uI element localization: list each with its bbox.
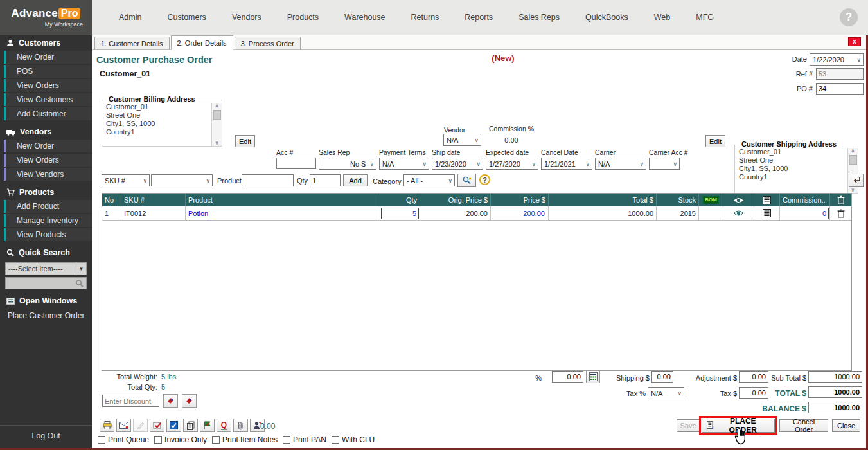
discount-percent-input[interactable] [552,371,583,382]
add-button[interactable]: Add [343,174,368,186]
cell-delete[interactable] [830,206,851,220]
qty-input[interactable] [310,174,341,186]
sidebar-item-add-customer[interactable]: Add Customer [4,107,92,120]
print-pan-checkbox[interactable] [283,436,290,444]
close-button[interactable]: Close [832,419,860,432]
category-select[interactable]: - All -∨ [403,174,455,186]
tax-percent-select[interactable]: N/A∨ [648,387,684,399]
copy-button[interactable] [183,419,198,432]
scroll-down-icon[interactable]: ∨ [215,140,219,146]
tab-order-details[interactable]: 2. Order Details [171,35,233,50]
scroll-up-icon[interactable]: ∧ [215,103,219,109]
cell-view[interactable] [723,206,754,220]
nav-quickbooks[interactable]: QuickBooks [572,13,641,22]
sidebar-item-vendor-new-order[interactable]: New Order [4,140,92,152]
sidebar-item-view-vendors[interactable]: View Vendors [4,168,92,181]
nav-vendors[interactable]: Vendors [219,13,274,22]
nav-returns[interactable]: Returns [398,13,452,22]
email-button[interactable] [116,419,131,432]
cancel-order-button[interactable]: Cancel Order [779,419,828,432]
shipping-input[interactable] [651,371,673,382]
sidebar-item-manage-inventory[interactable]: Manage Inventory [4,214,92,227]
cancel-date-select[interactable]: 1/21/2021∨ [541,158,592,170]
tab-process-order[interactable]: 3. Process Order [235,37,301,50]
advanced-search-button[interactable] [457,174,476,187]
sidebar-item-view-products[interactable]: View Products [4,228,92,241]
product-input[interactable] [242,174,294,186]
sidebar-item-vendor-view-orders[interactable]: View Orders [4,154,92,166]
sidebar-item-view-customers[interactable]: View Customers [4,93,92,106]
nav-warehouse[interactable]: Warehouse [332,13,398,22]
expected-date-select[interactable]: 1/27/2020∨ [486,158,538,170]
nav-products[interactable]: Products [274,13,332,22]
total-input[interactable] [808,386,862,398]
logout-button[interactable]: Log Out [0,425,92,448]
invoice-only-label: Invoice Only [164,435,207,444]
payment-terms-select[interactable]: N/A∨ [379,158,429,170]
edit-billing-button[interactable]: Edit [235,135,255,147]
sales-rep-select[interactable]: No S∨ [319,158,376,170]
app-logo: Advance Pro My Workspace [0,0,92,35]
vendor-select[interactable]: N/A∨ [443,134,481,146]
scroll-down-icon[interactable]: ∨ [851,187,855,193]
carrier-select[interactable]: N/A∨ [595,158,646,170]
sidebar-item-pos[interactable]: POS [4,65,92,78]
nav-customers[interactable]: Customers [154,13,218,22]
remove-discount-button[interactable] [182,394,197,408]
invoice-only-checkbox[interactable] [154,436,162,444]
calculator-button[interactable] [586,370,600,383]
nav-reports[interactable]: Reports [452,13,506,22]
with-clu-checkbox[interactable] [332,436,339,444]
nav-sales-reps[interactable]: Sales Reps [506,13,572,22]
print-button[interactable] [100,419,114,432]
billing-scrollbar[interactable]: ∧ ∨ [211,103,222,146]
print-item-notes-checkbox[interactable] [212,436,220,444]
sku-value-select[interactable]: ∨ [151,174,213,186]
cell-notes[interactable] [754,206,780,220]
acc-input[interactable] [276,158,316,169]
discount-input[interactable] [102,395,159,407]
signature-button[interactable] [133,419,148,432]
discount-tag-icon [185,397,193,405]
po-input[interactable] [816,83,864,94]
scroll-thumb[interactable] [849,155,857,165]
checkbox-toggle-button[interactable] [166,419,181,432]
scroll-thumb[interactable] [213,110,221,120]
print-queue-checkbox[interactable] [98,436,105,444]
adjustment-input[interactable] [739,371,768,382]
open-window-place-customer-order[interactable]: Place Customer Order [0,308,92,323]
commission-cell-input[interactable]: 0 [781,208,829,219]
help-icon[interactable]: ? [479,174,490,185]
tab-customer-details[interactable]: 1. Customer Details [94,37,170,50]
sidebar-item-add-product[interactable]: Add Product [4,200,92,213]
nav-mfg[interactable]: MFG [683,13,727,22]
close-tab-button[interactable]: x [848,37,861,46]
qty-cell-input[interactable]: 5 [381,208,419,219]
ship-date-select[interactable]: 1/23/2020∨ [432,158,483,170]
apply-discount-button[interactable] [163,394,178,408]
attachment-button[interactable] [233,419,248,432]
carrier-acc-select[interactable]: ∨ [649,158,680,170]
date-select[interactable]: 1/22/2020∨ [810,53,864,66]
subtotal-input[interactable] [808,371,862,382]
edit-shipping-button[interactable]: Edit [705,135,725,147]
help-icon[interactable]: ? [840,8,858,26]
ref-input[interactable] [816,68,864,80]
enter-button[interactable] [849,174,864,187]
price-cell-input[interactable]: 200.00 [492,208,547,219]
quick-report-button[interactable]: Q [217,419,231,432]
flag-button[interactable] [200,419,215,432]
quick-search-select[interactable]: ----Select Item---- ▼ [5,262,87,275]
place-order-button[interactable]: PLACE ORDER [702,419,775,433]
quick-search-input[interactable] [5,277,87,289]
stamp-button[interactable] [150,419,164,432]
sidebar-item-view-orders[interactable]: View Orders [4,79,92,92]
nav-admin[interactable]: Admin [106,13,154,22]
sku-mode-select[interactable]: SKU #∨ [102,174,150,186]
sidebar-item-new-order[interactable]: New Order [4,51,92,64]
scroll-up-icon[interactable]: ∧ [851,148,855,154]
balance-input[interactable] [808,402,862,413]
save-button[interactable]: Save [677,419,700,432]
product-link[interactable]: Potion [188,210,208,217]
nav-web[interactable]: Web [641,13,683,22]
